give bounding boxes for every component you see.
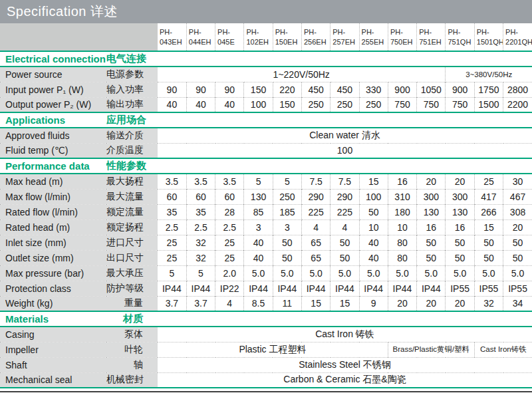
model-prefix: PH- <box>246 27 272 37</box>
value-cell: 1500 <box>474 97 503 112</box>
model-prefix: PH- <box>275 27 301 37</box>
value-cell: 20 <box>446 174 474 189</box>
value-cell: 11 <box>273 296 301 311</box>
value-cell: 50 <box>474 250 503 265</box>
model-prefix: PH- <box>332 27 358 37</box>
value-cell: IP44 <box>186 281 215 296</box>
model-prefix: PH- <box>304 27 330 37</box>
value-cell: 100 <box>244 97 273 112</box>
table-row: Weight (kg)重量3.73.748.511151592020203234 <box>0 296 532 311</box>
model-number: 150EH <box>275 37 301 47</box>
value-cell: 15 <box>331 296 359 311</box>
value-cell: IP22 <box>215 281 244 296</box>
value-cell: 7.5 <box>331 174 359 189</box>
row-label-zh: 叶轮 <box>106 342 158 357</box>
model-number: 102EH <box>246 37 272 47</box>
value-cell-span: Brass/Plastic黄铜/塑料 <box>388 342 474 357</box>
value-cell: 5.0 <box>244 265 273 281</box>
value-cell: 50 <box>503 235 532 250</box>
value-cell: 80 <box>388 250 416 265</box>
value-cell: 65 <box>301 250 330 265</box>
column-header: PH-043EH <box>158 23 186 51</box>
value-cell: 417 <box>474 189 503 204</box>
section-title-en: Performance data <box>0 158 106 174</box>
value-cell: 30 <box>503 174 532 189</box>
section-title-zh: 电气连接 <box>106 51 158 67</box>
value-cell: 20 <box>417 174 446 189</box>
table-row: Max flow (l/min)最大流量60606013025029029010… <box>0 189 532 204</box>
row-label-zh: 出口尺寸 <box>106 250 158 265</box>
value-cell: 35 <box>158 204 186 219</box>
value-cell: 10 <box>388 219 416 235</box>
table-row: Input power P₁ (W)输入功率909090150220450450… <box>0 82 532 97</box>
value-cell: 32 <box>186 235 215 250</box>
value-cell: 35 <box>186 204 215 219</box>
row-label-en: Fluid temp (℃) <box>0 143 106 158</box>
value-cell: 290 <box>301 189 330 204</box>
value-cell: 2200 <box>503 97 532 112</box>
table-row: Max head (m)最大扬程3.53.53.5557.57.51516202… <box>0 174 532 189</box>
value-cell: 50 <box>446 250 474 265</box>
value-cell: 40 <box>244 250 273 265</box>
value-cell: 220 <box>273 82 301 97</box>
row-label-zh: 输出功率 <box>106 97 158 112</box>
model-number: 751EH <box>419 37 445 47</box>
model-prefix: PH- <box>505 27 532 37</box>
row-label-en: Protection class <box>0 281 106 296</box>
value-cell: 1750 <box>474 82 503 97</box>
value-cell: 50 <box>331 235 359 250</box>
column-header: PH-2201QH <box>503 23 532 51</box>
value-cell: 32 <box>474 296 503 311</box>
column-header: PH-150EH <box>273 23 301 51</box>
value-cell: 60 <box>186 189 215 204</box>
column-header: PH-044EH <box>186 23 215 51</box>
model-header-row: PH-043EHPH-044EHPH-045EPH-102EHPH-150EHP… <box>0 23 532 51</box>
value-cell: 300 <box>417 189 446 204</box>
value-cell: 5.0 <box>417 265 446 281</box>
model-number: 256EH <box>304 37 330 47</box>
value-cell: IP44 <box>158 281 186 296</box>
section-title-zh: 性能参数 <box>106 158 158 174</box>
model-number: 043EH <box>160 37 186 47</box>
row-label-en: Shaft <box>0 357 106 372</box>
value-cell: 25 <box>215 235 244 250</box>
value-cell: 4 <box>215 296 244 311</box>
model-prefix: PH- <box>390 27 416 37</box>
value-cell: 50 <box>446 235 474 250</box>
value-cell: 40 <box>359 250 388 265</box>
value-cell: 85 <box>244 204 273 219</box>
value-cell: IP44 <box>244 281 273 296</box>
row-label-zh: 机械密封 <box>106 372 158 388</box>
value-cell: 50 <box>273 235 301 250</box>
table-row: Power source电源参数1~220V/50Hz3~380V/50Hz <box>0 67 532 82</box>
table-row: Protection class防护等级IP44IP44IP22IP44IP44… <box>0 281 532 296</box>
table-row: Casing泵体Cast Iron 铸铁 <box>0 327 532 342</box>
value-cell: 15 <box>301 296 330 311</box>
table-row: Outlet size (mm)出口尺寸25322540506550408050… <box>0 250 532 265</box>
value-cell: 310 <box>388 189 416 204</box>
section-fill <box>158 311 532 327</box>
column-header: PH-045E <box>215 23 244 51</box>
value-cell: 15 <box>359 174 388 189</box>
row-label-en: Rated flow (l/min) <box>0 204 106 219</box>
model-number: 044EH <box>189 37 215 47</box>
value-cell: 50 <box>417 250 446 265</box>
section-fill <box>158 158 532 174</box>
value-cell: 2.5 <box>158 219 186 235</box>
row-label-en: Casing <box>0 327 106 342</box>
value-cell: 5.0 <box>503 265 532 281</box>
value-cell: 25 <box>474 174 503 189</box>
value-cell: 40 <box>186 97 215 112</box>
value-cell: IP44 <box>388 281 416 296</box>
value-cell: 266 <box>474 204 503 219</box>
row-label-zh: 输送介质 <box>106 128 158 143</box>
value-cell-span: Cast Iron 铸铁 <box>158 327 532 342</box>
value-cell: 3.5 <box>186 174 215 189</box>
model-prefix: PH- <box>189 27 215 37</box>
model-number: 1501QH <box>477 37 503 47</box>
model-number: 045E <box>217 37 243 47</box>
column-header: PH-751QH <box>446 23 474 51</box>
value-cell: 3 <box>244 219 273 235</box>
section-title-en: Applications <box>0 112 106 128</box>
table-row: Max pressure (bar)最大承压552.05.05.05.05.05… <box>0 265 532 281</box>
